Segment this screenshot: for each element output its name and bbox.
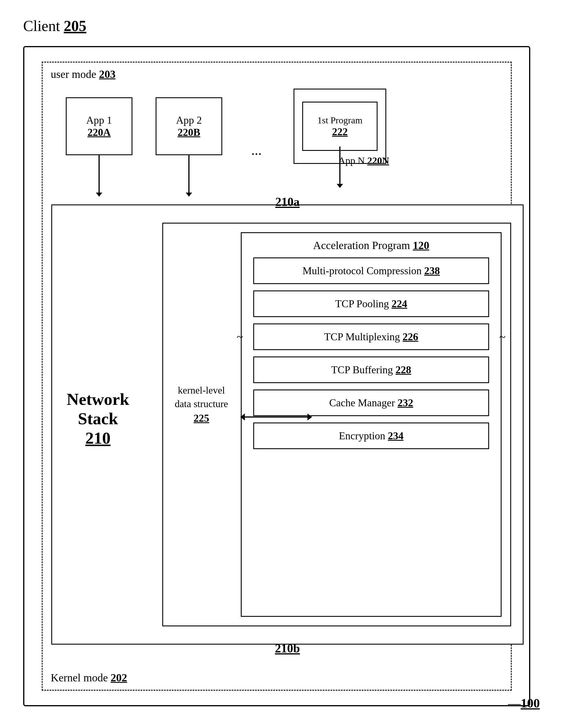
client-box: user mode 203 Kernel mode 202 App 1 220A <box>23 46 530 706</box>
app-n-id: 220N <box>367 155 389 166</box>
accel-item-5-label: Encryption <box>339 430 385 442</box>
accel-item-4-label: Cache Manager <box>329 397 395 409</box>
ns-line1: Network <box>67 390 129 409</box>
kernel-ds-line2: data structure <box>175 398 228 409</box>
user-mode-id: 203 <box>99 68 116 80</box>
kernel-ds-line1: kernel-level <box>178 385 225 396</box>
kernel-mode-label: Kernel mode 202 <box>51 671 127 684</box>
ref-id: 100 <box>521 696 540 710</box>
ns-line2: Stack <box>78 409 118 428</box>
ref-number: —100 <box>508 696 540 711</box>
first-program-inner-box: 1st Program 222 <box>302 102 378 151</box>
page-title: Client 205 <box>23 17 540 34</box>
app2-id: 220B <box>178 126 200 138</box>
accel-item-0-label: Multi-protocol Compression <box>303 265 422 277</box>
kernel-mode-text: Kernel mode <box>51 672 108 684</box>
accel-item-5: Encryption 234 <box>253 422 489 449</box>
title-id: 205 <box>64 18 86 34</box>
accel-items: Multi-protocol Compression 238 TCP Pooli… <box>242 255 501 458</box>
accel-item-1: TCP Pooling 224 <box>253 290 489 317</box>
app2-box: App 2 220B <box>156 97 222 155</box>
app2-name: App 2 <box>176 114 202 126</box>
page-container: Client 205 user mode 203 Kernel mode 202 <box>0 0 563 728</box>
app1-id: 220A <box>87 126 111 138</box>
app1-arrow <box>98 155 100 193</box>
accel-item-3: TCP Buffering 228 <box>253 356 489 383</box>
user-mode-text: user mode <box>51 68 96 80</box>
app1-name: App 1 <box>86 114 112 126</box>
accel-item-2: TCP Multiplexing 226 ~ ~ <box>253 323 489 350</box>
accel-item-2-label: TCP Multiplexing <box>324 331 400 343</box>
accel-item-3-id: 228 <box>396 364 411 376</box>
firstprog-arrow <box>339 147 341 184</box>
network-stack-label: Network Stack 210 <box>67 389 129 448</box>
double-arrow <box>244 416 308 418</box>
accel-item-0: Multi-protocol Compression 238 <box>253 257 489 284</box>
first-program-id: 222 <box>332 126 348 138</box>
app1-box: App 1 220A <box>66 97 132 155</box>
app-n-label: App N 220N <box>338 155 389 166</box>
user-mode-label: user mode 203 <box>51 68 116 81</box>
inner-program-box: Acceleration Program 120 Multi-protocol … <box>162 223 511 626</box>
accel-title: Acceleration Program 120 <box>242 233 501 255</box>
app-n-text: App N <box>338 155 365 166</box>
accel-item-1-label: TCP Pooling <box>335 298 389 310</box>
accel-item-1-id: 224 <box>392 298 407 310</box>
accel-id: 120 <box>413 239 429 251</box>
ellipsis: ... <box>251 142 261 164</box>
app2-arrow <box>188 155 189 193</box>
first-program-line1: 1st Program <box>317 115 363 126</box>
label-210a: 210a <box>275 195 300 209</box>
title-prefix: Client <box>23 18 60 34</box>
accel-item-4: Cache Manager 232 <box>253 389 489 416</box>
apps-row: App 1 220A App 2 220B ... <box>66 89 386 164</box>
accel-label: Acceleration Program <box>313 239 410 251</box>
accel-item-3-label: TCP Buffering <box>331 364 393 376</box>
kernel-ds-id: 225 <box>193 412 209 424</box>
inner-dashed-box: user mode 203 Kernel mode 202 App 1 220A <box>42 62 512 691</box>
accel-item-2-id: 226 <box>403 331 418 343</box>
kernel-ds-label: kernel-level data structure 225 <box>175 383 228 426</box>
acceleration-program-box: Acceleration Program 120 Multi-protocol … <box>241 232 502 617</box>
network-stack-box: 210a 210b Network Stack 210 Acceleration <box>51 204 524 645</box>
accel-item-4-id: 232 <box>398 397 413 409</box>
ns-id: 210 <box>85 429 110 447</box>
kernel-mode-id: 202 <box>111 672 127 684</box>
accel-item-5-id: 234 <box>388 430 403 442</box>
accel-item-0-id: 238 <box>424 265 440 277</box>
label-210b: 210b <box>275 641 300 655</box>
